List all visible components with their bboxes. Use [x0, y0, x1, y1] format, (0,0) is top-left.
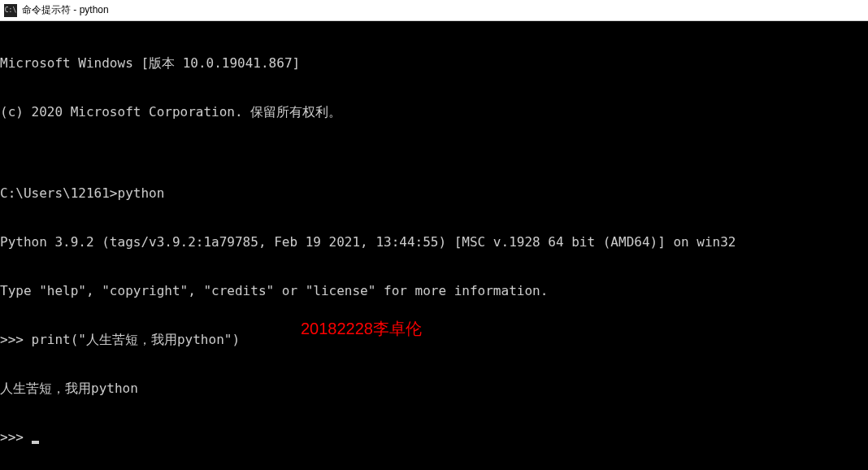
- terminal-line: (c) 2020 Microsoft Corporation. 保留所有权利。: [0, 104, 868, 120]
- title-bar[interactable]: C:\ 命令提示符 - python: [0, 0, 868, 21]
- cmd-icon: C:\: [4, 4, 17, 17]
- terminal-line: >>> print("人生苦短，我用python"): [0, 332, 868, 348]
- terminal-line: Type "help", "copyright", "credits" or "…: [0, 283, 868, 299]
- terminal-line: 人生苦短，我用python: [0, 381, 868, 397]
- terminal-line: Microsoft Windows [版本 10.0.19041.867]: [0, 55, 868, 72]
- terminal-prompt: >>>: [0, 429, 32, 445]
- terminal-line: Python 3.9.2 (tags/v3.9.2:1a79785, Feb 1…: [0, 234, 868, 250]
- cursor: [32, 441, 39, 444]
- window-title: 命令提示符 - python: [22, 3, 109, 17]
- terminal-prompt-line: >>>: [0, 429, 868, 446]
- cmd-icon-text: C:\: [5, 7, 16, 14]
- terminal[interactable]: Microsoft Windows [版本 10.0.19041.867] (c…: [0, 21, 868, 470]
- window: C:\ 命令提示符 - python Microsoft Windows [版本…: [0, 0, 868, 470]
- terminal-line: C:\Users\12161>python: [0, 185, 868, 202]
